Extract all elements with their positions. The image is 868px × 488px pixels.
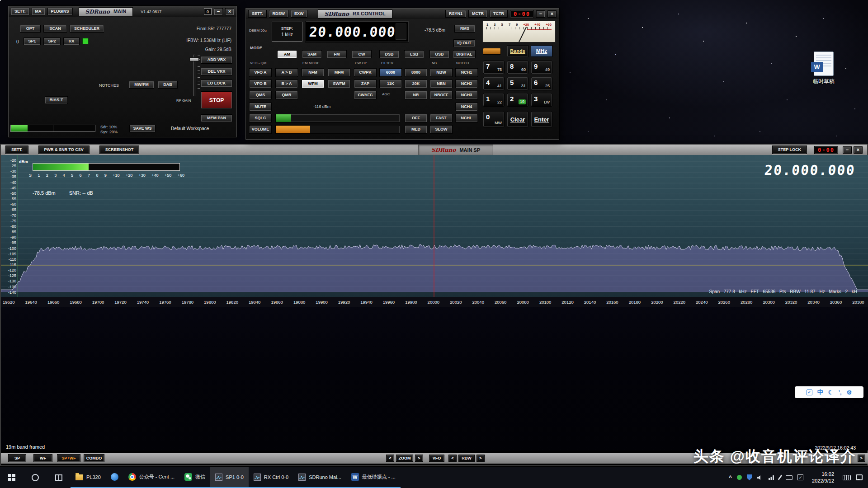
qmr-button[interactable]: QMR xyxy=(275,91,298,99)
taskbar-app-rx-ctrl[interactable]: RX Ctrl 0-0 xyxy=(249,467,293,488)
zoom-label-button[interactable]: ZOOM xyxy=(396,455,413,462)
taskbar-app-pinned[interactable] xyxy=(106,467,123,488)
tray-antivirus-icon[interactable] xyxy=(737,475,742,480)
mode-dsb-button[interactable]: DSB xyxy=(379,50,399,58)
mfm-button[interactable]: MFM xyxy=(328,68,350,77)
step-size-box[interactable]: STEP: 1 kHz xyxy=(272,22,302,42)
nbw-button[interactable]: NBW xyxy=(430,68,453,77)
combo-view-button[interactable]: COMBO xyxy=(84,454,104,462)
search-button[interactable] xyxy=(24,467,47,488)
pwr-snr-to-csv-button[interactable]: PWR & SNR TO CSV xyxy=(38,145,90,154)
vrx-count-box[interactable]: 0 xyxy=(204,8,212,15)
agc-med-button[interactable]: MED xyxy=(405,125,427,134)
zoom-in-button[interactable]: > xyxy=(415,455,423,462)
keypad-9-button[interactable]: 9 49 xyxy=(531,61,552,74)
a-to-b-button[interactable]: A > B xyxy=(275,68,298,77)
agc-fast-button[interactable]: FAST xyxy=(430,114,453,122)
zap-button[interactable]: ZAP xyxy=(354,80,377,88)
del-vrx-button[interactable]: DEL VRX xyxy=(201,68,232,75)
spectrum-plot[interactable]: -20-25-30-35-40-45-50-55-60-65-70-75-80-… xyxy=(1,155,868,297)
filter-20k-button[interactable]: 20K xyxy=(405,80,427,88)
rx-titlebar[interactable]: SETT. RDSW EXW SDRuno RX CONTROL RSYN1 M… xyxy=(246,9,559,19)
keyboard-icon[interactable] xyxy=(786,475,793,480)
nb-off-button[interactable]: NBOFF xyxy=(430,91,453,99)
wf-view-button[interactable]: WF xyxy=(33,454,52,462)
minimize-button[interactable]: – xyxy=(536,10,545,18)
mode-am-button[interactable]: AM xyxy=(277,50,297,58)
volume-icon[interactable] xyxy=(757,475,763,480)
ime-settings-gear-icon[interactable]: ⚙ xyxy=(847,389,852,396)
bias-t-button[interactable]: BIAS-T xyxy=(45,96,68,104)
wfm-button[interactable]: WFM xyxy=(302,80,324,88)
close-button[interactable]: × xyxy=(854,146,863,154)
sp-sett-button[interactable]: SETT. xyxy=(5,145,28,154)
volume-button[interactable]: VOLUME xyxy=(249,125,272,134)
minimize-button[interactable]: – xyxy=(214,8,223,15)
add-vrx-button[interactable]: ADD VRX xyxy=(201,56,232,64)
bands-button[interactable]: Bands xyxy=(507,45,528,57)
tray-shield-icon[interactable] xyxy=(747,474,752,480)
agc-slow-button[interactable]: SLOW xyxy=(430,125,453,134)
ime-punctuation-icon[interactable]: ’, xyxy=(838,389,841,396)
nbn-button[interactable]: NBN xyxy=(430,80,453,88)
nch3-button[interactable]: NCH3 xyxy=(455,91,478,99)
corner-scroll-button[interactable]: > xyxy=(858,455,865,462)
taskbar-app-sdruno-main[interactable]: SDRuno Mai... xyxy=(293,467,346,488)
keypad-6-button[interactable]: 6 25 xyxy=(531,77,552,90)
zoom-out-button[interactable]: < xyxy=(386,455,394,462)
keypad-3-button[interactable]: 3 LW xyxy=(531,93,552,107)
taskbar-app-wechat[interactable]: 微信 xyxy=(179,467,210,488)
taskbar-app-word-doc[interactable]: W 最低谐振点 - ... xyxy=(346,467,401,488)
qms-button[interactable]: QMS xyxy=(249,91,272,99)
swfm-button[interactable]: SWFM xyxy=(328,80,350,88)
rbw-up-button[interactable]: > xyxy=(476,455,485,462)
task-view-button[interactable] xyxy=(47,467,71,488)
tray-expand-icon[interactable]: ^ xyxy=(729,474,732,481)
network-icon[interactable] xyxy=(768,475,774,480)
screenshot-button[interactable]: SCREENSHOT xyxy=(99,145,140,154)
mem-pan-button[interactable]: MEM PAN xyxy=(201,114,232,122)
mode-digital-button[interactable]: DIGITAL xyxy=(453,50,476,58)
ime-moon-icon[interactable]: ☾ xyxy=(828,389,834,396)
keypad-8-button[interactable]: 8 60 xyxy=(507,61,528,74)
sqlc-button[interactable]: SQLC xyxy=(249,114,272,122)
mhz-button[interactable]: MHz xyxy=(531,45,552,57)
vfo-a-button[interactable]: VFO A xyxy=(249,68,272,77)
taskbar-app-browser[interactable]: 公众号 - Cent ... xyxy=(123,467,179,488)
keypad-5-button[interactable]: 5 31 xyxy=(507,77,528,90)
sp-view-button[interactable]: SP xyxy=(8,454,26,462)
mode-cw-button[interactable]: CW xyxy=(352,50,372,58)
rf-gain-slider-thumb[interactable] xyxy=(189,57,199,61)
main-titlebar[interactable]: SETT. MA PLUGINS SDRuno MAIN V1.42 0817 … xyxy=(9,6,236,17)
nch2-button[interactable]: NCH2 xyxy=(455,80,478,88)
close-button[interactable]: × xyxy=(225,8,234,15)
scheduler-button[interactable]: SCHEDULER xyxy=(70,25,104,33)
dab-button[interactable]: DAB xyxy=(158,81,178,89)
filter-6000-button[interactable]: 6000 xyxy=(379,68,402,77)
main-ma-button[interactable]: MA xyxy=(32,8,45,15)
main-plugins-button[interactable]: PLUGINS xyxy=(47,8,73,15)
start-button[interactable] xyxy=(0,467,24,488)
iq-out-button[interactable]: IQ OUT xyxy=(453,39,475,47)
rms-button[interactable]: RMS xyxy=(454,25,475,33)
filter-8000-button[interactable]: 8000 xyxy=(405,68,427,77)
scan-button[interactable]: SCAN xyxy=(43,25,67,33)
tctr-button[interactable]: TCTR xyxy=(490,10,508,18)
ime-toolbar[interactable]: ✓ 中 ☾ ’, ⚙ xyxy=(795,386,863,398)
keypad-clear-button[interactable]: Clear xyxy=(507,111,528,127)
rx-button[interactable]: RX xyxy=(63,38,80,45)
stop-button[interactable]: STOP xyxy=(201,91,232,109)
rdsw-button[interactable]: RDSW xyxy=(269,10,289,18)
rx-sett-button[interactable]: SETT. xyxy=(248,10,267,18)
vfo-button[interactable]: VFO xyxy=(429,455,444,462)
waterfall-display[interactable] xyxy=(1,307,868,450)
taskbar-app-pl320[interactable]: PL320 xyxy=(71,467,106,488)
agc-off-button[interactable]: OFF xyxy=(405,114,427,122)
sp-titlebar[interactable]: SETT. PWR & SNR TO CSV SCREENSHOT SDRuno… xyxy=(1,145,867,155)
close-button[interactable]: × xyxy=(547,10,557,18)
opt-button[interactable]: OPT xyxy=(20,25,41,33)
ime-check-icon[interactable]: ✓ xyxy=(807,389,812,395)
frequency-display[interactable]: 20.000.000 xyxy=(305,21,409,42)
nch1-button[interactable]: NCH1 xyxy=(455,68,478,77)
minimize-button[interactable]: – xyxy=(843,146,852,154)
